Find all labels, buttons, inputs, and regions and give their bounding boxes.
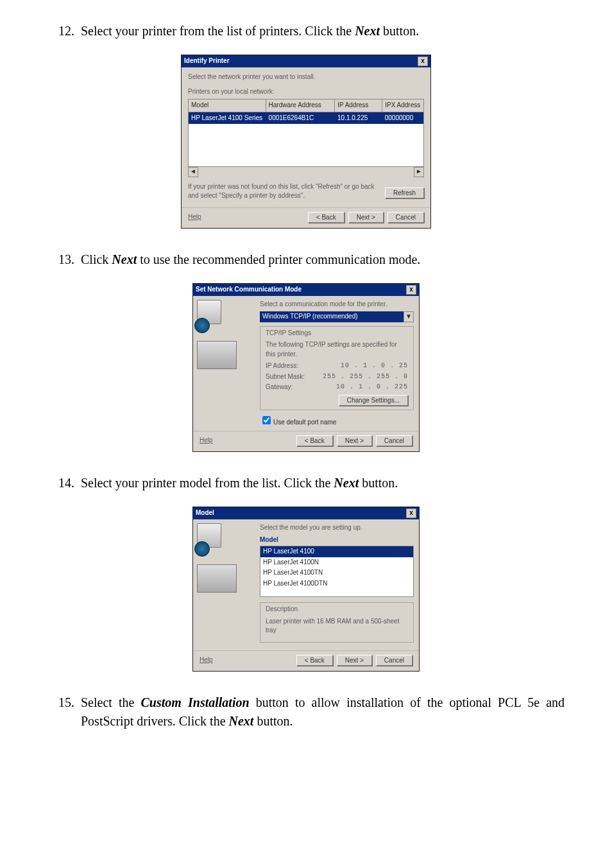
step-text: Select your printer from the list of pri…	[81, 22, 565, 40]
dialog-title: Set Network Communication Mode	[196, 285, 302, 295]
dialog-model: Model x Select the model you are setting…	[192, 507, 420, 672]
screenshot-identify-printer: Identify Printer x Select the network pr…	[47, 55, 565, 229]
dialog-title: Model	[196, 508, 214, 518]
gateway-label: Gateway:	[266, 383, 293, 392]
titlebar: Identify Printer x	[182, 55, 430, 67]
description-head: Description	[266, 605, 408, 614]
back-button[interactable]: < Back	[296, 435, 333, 446]
step-14: 14. Select your printer model from the l…	[47, 474, 565, 492]
frame-hint: The following TCP/IP settings are specif…	[266, 340, 408, 359]
wizard-graphic	[193, 296, 257, 431]
help-link[interactable]: Help	[188, 213, 201, 220]
help-link[interactable]: Help	[200, 437, 213, 444]
default-port-checkbox-row[interactable]: Use default port name	[260, 414, 414, 428]
model-list-label: Model	[260, 535, 414, 545]
dialog-comm-mode: Set Network Communication Mode x Select …	[192, 283, 420, 453]
text: Select your printer model from the list.…	[81, 476, 334, 490]
table-row[interactable]: HP LaserJet 4100 Series 0001E6264B1C 10.…	[189, 112, 423, 125]
printer-icon	[197, 564, 237, 593]
description-text: Laser printer with 16 MB RAM and a 500-s…	[266, 617, 408, 636]
globe-icon	[194, 318, 210, 333]
text: Click	[81, 252, 112, 266]
bold: Next	[112, 252, 137, 266]
cell-model: HP LaserJet 4100 Series	[189, 112, 266, 125]
bold: Next	[229, 714, 254, 728]
step-15: 15. Select the Custom Installation butto…	[47, 693, 565, 731]
col-hardware[interactable]: Hardware Address	[266, 100, 336, 112]
dialog-identify-printer: Identify Printer x Select the network pr…	[181, 55, 431, 229]
prompt: Select the network printer you want to i…	[188, 73, 424, 82]
dialog-footer: Help < Back Next > Cancel	[182, 207, 430, 228]
next-button[interactable]: Next >	[348, 212, 384, 223]
list-item[interactable]: HP LaserJet 4100N	[260, 557, 413, 568]
model-list[interactable]: HP LaserJet 4100 HP LaserJet 4100N HP La…	[260, 546, 414, 597]
list-item[interactable]: HP LaserJet 4100TN	[260, 568, 413, 578]
ip-value: 10 . 1 . 0 . 25	[341, 361, 408, 371]
bold: Next	[355, 24, 380, 38]
note: If your printer was not found on this li…	[188, 182, 378, 201]
printer-icon	[197, 341, 237, 369]
scroll-right-icon[interactable]: ►	[414, 167, 424, 177]
gateway-value: 10 . 1 . 0 . 225	[336, 383, 408, 392]
col-model[interactable]: Model	[189, 100, 266, 112]
dialog-body: Select the model you are setting up. Mod…	[193, 519, 419, 650]
step-text: Select your printer model from the list.…	[81, 474, 565, 492]
prompt: Select a communication mode for the prin…	[260, 300, 414, 309]
default-port-label: Use default port name	[273, 419, 336, 426]
step-text: Click Next to use the recommended printe…	[81, 250, 565, 269]
close-icon[interactable]: x	[406, 508, 416, 518]
screenshot-model: Model x Select the model you are setting…	[47, 507, 565, 672]
list-item-selected[interactable]: HP LaserJet 4100	[260, 546, 413, 557]
cell-hardware: 0001E6264B1C	[266, 112, 335, 125]
step-13: 13. Click Next to use the recommended pr…	[47, 250, 565, 269]
chevron-down-icon[interactable]: ▼	[404, 311, 414, 322]
text: button.	[253, 714, 293, 728]
cancel-button[interactable]: Cancel	[376, 655, 412, 666]
step-number: 12.	[47, 22, 81, 40]
close-icon[interactable]: x	[418, 56, 428, 66]
dialog-footer: Help < Back Next > Cancel	[193, 650, 419, 671]
bold: Custom Installation	[141, 695, 250, 709]
scroll-left-icon[interactable]: ◄	[188, 167, 198, 177]
list-item[interactable]: HP LaserJet 4100DTN	[260, 578, 413, 589]
back-button[interactable]: < Back	[308, 212, 344, 223]
text: Select the	[81, 695, 141, 709]
screenshot-comm-mode: Set Network Communication Mode x Select …	[47, 283, 565, 453]
refresh-button[interactable]: Refresh	[385, 187, 424, 198]
cell-ipx: 00000000	[382, 112, 423, 125]
cell-ip: 10.1.0.225	[335, 112, 382, 125]
default-port-checkbox[interactable]	[262, 416, 271, 424]
subnet-label: Subnet Mask:	[266, 372, 305, 382]
mode-selected: Windows TCP/IP (recommended)	[260, 311, 404, 322]
close-icon[interactable]: x	[406, 285, 416, 295]
subnet-value: 255 . 255 . 255 . 0	[323, 372, 408, 382]
dialog-title: Identify Printer	[184, 56, 230, 66]
wizard-content: Select the model you are setting up. Mod…	[257, 519, 419, 650]
col-ipx[interactable]: IPX Address	[382, 100, 423, 112]
mode-dropdown[interactable]: Windows TCP/IP (recommended) ▼	[260, 311, 414, 322]
next-button[interactable]: Next >	[337, 655, 372, 666]
step-number: 13.	[47, 250, 81, 269]
col-ip[interactable]: IP Address	[335, 100, 382, 112]
hscroll: ◄ ►	[188, 167, 424, 177]
dialog-body: Select a communication mode for the prin…	[193, 296, 419, 431]
description-frame: Description Laser printer with 16 MB RAM…	[260, 602, 414, 643]
step-12: 12. Select your printer from the list of…	[47, 22, 565, 40]
cancel-button[interactable]: Cancel	[387, 212, 424, 223]
titlebar: Set Network Communication Mode x	[193, 284, 419, 296]
titlebar: Model x	[193, 507, 419, 519]
ip-label: IP Address:	[266, 361, 298, 371]
back-button[interactable]: < Back	[296, 655, 333, 666]
next-button[interactable]: Next >	[337, 435, 372, 446]
globe-icon	[194, 541, 210, 557]
printer-list[interactable]: HP LaserJet 4100 Series 0001E6264B1C 10.…	[188, 112, 424, 167]
cancel-button[interactable]: Cancel	[376, 435, 412, 446]
frame-title: TCP/IP Settings	[266, 329, 408, 338]
text: button.	[380, 24, 419, 38]
wizard-content: Select a communication mode for the prin…	[257, 296, 419, 431]
change-settings-button[interactable]: Change Settings...	[339, 395, 408, 406]
help-link[interactable]: Help	[200, 656, 213, 663]
step-text: Select the Custom Installation button to…	[81, 693, 565, 731]
text: button.	[359, 476, 398, 490]
text: to use the recommended printer communica…	[137, 252, 420, 266]
